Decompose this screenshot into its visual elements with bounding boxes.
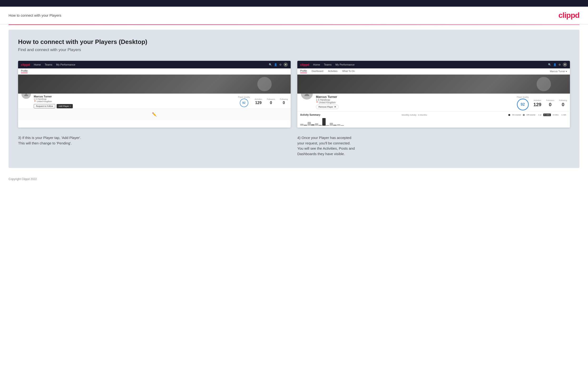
screenshot-1: clippd Home Teams My Performance 🔍 👤 ⚙ ▼… — [18, 61, 291, 128]
mock-tab-whattoon-2: What To On — [342, 70, 355, 73]
pencil-icon: ✏️ — [152, 112, 157, 117]
activity-title: Activity Summary — [300, 114, 320, 116]
mock-nav-performance-2: My Performance — [335, 63, 355, 66]
clippd-logo: clippd — [559, 11, 579, 20]
mock-tabs-dropdown-2: Marcus Turner ▾ — [550, 70, 567, 73]
screenshots-row: clippd Home Teams My Performance 🔍 👤 ⚙ ▼… — [18, 61, 570, 128]
mock-nav-2: clippd Home Teams My Performance 🔍 👤 ⚙ ▼ — [297, 61, 570, 68]
settings-icon-1: ⚙ — [279, 63, 282, 66]
avatar-icon-2: ▼ — [563, 62, 567, 67]
location-icon-1: 📍 — [34, 100, 36, 103]
chart-bars — [300, 118, 567, 126]
mock-hero-1 — [18, 75, 291, 94]
header: How to connect with your Players clippd — [0, 7, 588, 25]
quality-circle-1: 92 — [240, 99, 248, 107]
mock-nav-1: clippd Home Teams My Performance 🔍 👤 ⚙ ▼ — [18, 61, 291, 68]
player-name-2: Marcus Turner — [316, 95, 515, 99]
player-handicap-2: 1-5 Handicap — [316, 99, 515, 101]
settings-icon-2: ⚙ — [559, 63, 561, 66]
mock-tabs-2: Profile Dashboard Activities What To On … — [297, 68, 570, 75]
page-subtitle: Find and connect with your Players — [18, 48, 570, 52]
activities-value-2: 129 — [534, 102, 541, 107]
mock-logo-2: clippd — [300, 63, 309, 67]
player-handicap-1: 1-5 Handicap — [34, 98, 236, 100]
profile-info-1: Marcus Turner 1-5 Handicap 📍 United King… — [34, 94, 236, 108]
quality-circle-2: 92 — [517, 99, 529, 110]
top-bar — [0, 0, 588, 7]
close-icon: ✕ — [334, 106, 336, 108]
followers-value-2: 0 — [549, 102, 552, 107]
player-location-2: 📍 United Kingdom — [316, 101, 515, 104]
followers-label-2: Followers — [546, 99, 554, 101]
on-course-dot — [508, 114, 510, 116]
user-icon-1: 👤 — [274, 63, 277, 66]
screenshot-2: clippd Home Teams My Performance 🔍 👤 ⚙ ▼… — [297, 61, 570, 128]
mock-nav-home-2: Home — [313, 63, 320, 66]
activity-right: On course Off course 1 yr 6 mths 3 mths … — [508, 114, 567, 116]
request-follow-button[interactable]: Request to Follow — [34, 104, 55, 108]
mock-logo-1: clippd — [21, 63, 30, 67]
activity-period: Monthly Activity · 6 Months — [401, 114, 427, 116]
chart-area — [300, 117, 567, 126]
following-label-1: Following — [280, 98, 288, 100]
profile-info-2: Marcus Turner 1-5 Handicap 📍 United King… — [316, 94, 515, 109]
player-location-1: 📍 United Kingdom — [34, 100, 236, 103]
mock-nav-teams-1: Teams — [45, 63, 52, 66]
mock-tab-profile-2: Profile — [300, 70, 307, 73]
mock-hero-2 — [297, 75, 570, 94]
following-label-2: Following — [559, 99, 567, 101]
search-icon-1: 🔍 — [269, 63, 272, 66]
activity-legend: On course Off course — [508, 114, 536, 116]
add-player-button[interactable]: Add Player + — [57, 104, 73, 108]
mock-profile-1: Marcus Turner 1-5 Handicap 📍 United King… — [18, 94, 291, 108]
player-stats-1: Player Quality 92 Activities 129 Followe… — [238, 94, 288, 107]
captions-row: 3) If this is your Player tap, 'Add Play… — [18, 135, 570, 157]
player-name-1: Marcus Turner — [34, 95, 236, 98]
mock-tabs-1: Profile — [18, 68, 291, 75]
caption-2: 4) Once your Player has accepted your re… — [297, 135, 570, 157]
activities-label-2: Activities — [534, 99, 541, 101]
time-filters: 1 yr 6 mths 3 mths 1 mth — [537, 114, 567, 116]
mock-nav-right-2: 🔍 👤 ⚙ ▼ — [548, 62, 567, 67]
copyright: Copyright Clippd 2022 — [9, 177, 37, 181]
activity-header: Activity Summary Monthly Activity · 6 Mo… — [300, 114, 567, 116]
quality-label-2: Player Quality — [517, 96, 529, 98]
avatar-icon-1: ▼ — [284, 62, 288, 67]
mock-nav-performance-1: My Performance — [56, 63, 75, 66]
activity-summary: Activity Summary Monthly Activity · 6 Mo… — [297, 111, 570, 128]
activities-value-1: 129 — [255, 101, 262, 105]
filter-6mths[interactable]: 6 mths — [543, 114, 551, 116]
followers-value-1: 0 — [270, 101, 272, 105]
filter-1yr[interactable]: 1 yr — [537, 114, 542, 116]
footer: Copyright Clippd 2022 — [0, 173, 588, 185]
mock-nav-right-1: 🔍 👤 ⚙ ▼ — [269, 62, 288, 67]
caption-1: 3) If this is your Player tap, 'Add Play… — [18, 135, 291, 157]
location-icon-2: 📍 — [316, 101, 318, 104]
filter-3mths[interactable]: 3 mths — [552, 114, 560, 116]
mock-bottom-1: ✏️ — [18, 108, 291, 120]
page-title: How to connect with your Players (Deskto… — [18, 38, 570, 46]
mock-tab-activities-2: Activities — [328, 70, 337, 73]
search-icon-2: 🔍 — [548, 63, 551, 66]
mock-tab-dashboard-2: Dashboard — [311, 70, 323, 73]
mock-nav-teams-2: Teams — [324, 63, 332, 66]
off-course-dot — [523, 114, 525, 116]
quality-label-1: Player Quality — [238, 96, 250, 98]
mock-buttons-1: Request to Follow Add Player + — [34, 104, 236, 108]
filter-1mth[interactable]: 1 mth — [560, 114, 567, 116]
followers-label-1: Followers — [267, 98, 275, 100]
breadcrumb: How to connect with your Players — [9, 13, 61, 17]
player-stats-2: Player Quality 92 Activities 129 Followe… — [517, 94, 567, 110]
header-divider — [9, 25, 579, 25]
following-value-1: 0 — [283, 101, 285, 105]
remove-player-button[interactable]: Remove Player ✕ — [316, 105, 339, 109]
mock-profile-2: Marcus Turner 1-5 Handicap 📍 United King… — [297, 94, 570, 111]
main-content: How to connect with your Players (Deskto… — [9, 30, 579, 168]
off-course-label: Off course — [527, 114, 536, 116]
mock-nav-home-1: Home — [34, 63, 41, 66]
user-icon-2: 👤 — [553, 63, 557, 66]
on-course-label: On course — [512, 114, 521, 116]
following-value-2: 0 — [562, 102, 564, 107]
activities-label-1: Activities — [254, 98, 262, 100]
mock-tab-profile-1: Profile — [21, 70, 28, 73]
